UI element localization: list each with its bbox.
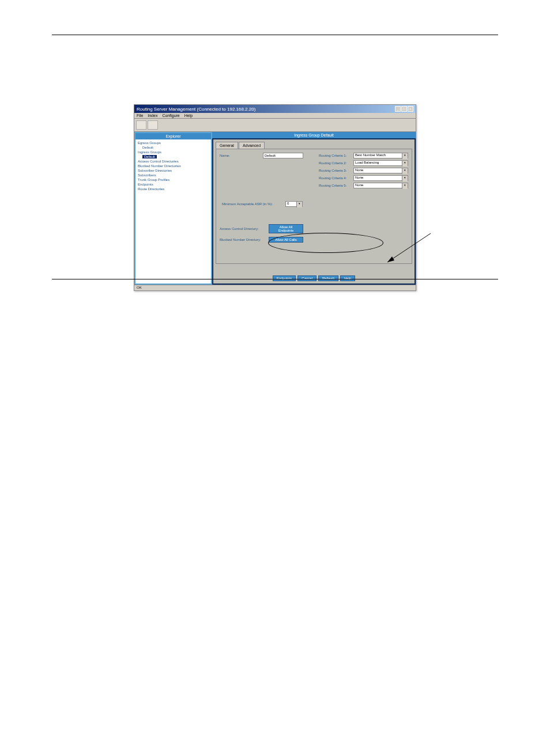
criteria-5-label: Routing Criteria 5:	[319, 184, 353, 187]
minimize-button[interactable]: _	[395, 106, 401, 112]
menu-bar: File Index Configure Help	[134, 113, 416, 119]
tree-item[interactable]: Subscribers	[137, 173, 210, 177]
chevron-down-icon: ▾	[402, 183, 408, 189]
tree-view[interactable]: Egress Groups Default Ingress Groups Def…	[135, 139, 211, 284]
tree-item[interactable]: Trunk Group Profiles	[137, 177, 210, 182]
tree-item[interactable]: Route Directories	[137, 187, 210, 191]
tree-item[interactable]: Endpoints	[137, 182, 210, 187]
criteria-2-label: Routing Criteria 2:	[319, 161, 353, 165]
criteria-2-select[interactable]: Load Balancing▾	[353, 160, 408, 166]
refresh-button[interactable]: Refresh	[318, 275, 338, 281]
access-dir-label: Access Control Directory:	[220, 227, 269, 230]
tree-egress-groups[interactable]: Egress Groups	[137, 141, 210, 145]
criteria-5-select[interactable]: None▾	[353, 183, 408, 188]
tree-ingress-selected[interactable]: Default	[137, 154, 210, 159]
details-panel: Ingress Group Default General Advanced N…	[212, 132, 416, 285]
tab-advanced[interactable]: Advanced	[239, 142, 265, 149]
criteria-4-select[interactable]: None▾	[353, 175, 408, 181]
chevron-down-icon: ▾	[296, 202, 302, 207]
criteria-4-label: Routing Criteria 4:	[319, 176, 353, 180]
tree-item[interactable]: Blocked Number Directories	[137, 164, 210, 168]
toolbar-button-1[interactable]	[136, 120, 146, 130]
endpoints-button[interactable]: Endpoints	[273, 275, 296, 281]
tree-egress-default[interactable]: Default	[137, 145, 210, 150]
toolbar-button-2[interactable]	[148, 120, 158, 130]
min-accept-label: Minimum Acceptable ASR (in %):	[222, 202, 285, 206]
blocked-dir-label: Blocked Number Directory:	[220, 238, 269, 241]
tree-item[interactable]: Subscriber Directories	[137, 168, 210, 173]
name-input[interactable]	[263, 153, 303, 158]
menu-file[interactable]: File	[137, 114, 143, 118]
chevron-down-icon: ▾	[402, 161, 408, 167]
chevron-down-icon: ▾	[402, 176, 408, 182]
menu-help[interactable]: Help	[184, 114, 193, 118]
chevron-down-icon: ▾	[402, 168, 408, 174]
maximize-button[interactable]: □	[401, 106, 407, 112]
chevron-down-icon: ▾	[402, 153, 408, 159]
criteria-3-select[interactable]: None▾	[353, 168, 408, 173]
tab-general[interactable]: General	[216, 142, 238, 149]
close-button[interactable]: ×	[408, 106, 413, 112]
explorer-panel: Explorer Egress Groups Default Ingress G…	[134, 132, 212, 285]
access-dir-button[interactable]: Allow All Endpoints	[269, 224, 303, 233]
criteria-1-select[interactable]: Best Number Match▾	[353, 153, 408, 158]
help-button[interactable]: Help	[340, 275, 355, 281]
window-titlebar: Routing Server Management (Connected to …	[134, 105, 416, 113]
tree-ingress-groups[interactable]: Ingress Groups	[137, 150, 210, 154]
window-title: Routing Server Management (Connected to …	[137, 107, 255, 112]
tree-item[interactable]: Access Control Directories	[137, 159, 210, 164]
min-accept-select[interactable]: 0▾	[285, 201, 303, 207]
window-controls: _ □ ×	[395, 106, 413, 112]
menu-configure[interactable]: Configure	[162, 114, 179, 118]
app-window: Routing Server Management (Connected to …	[134, 104, 416, 291]
menu-index[interactable]: Index	[148, 114, 157, 118]
toolbar	[134, 119, 416, 132]
name-label: Name:	[220, 154, 263, 157]
cancel-button[interactable]: Cancel	[297, 275, 317, 281]
explorer-header: Explorer	[135, 133, 211, 139]
tab-content: Name: Routing Criteria 1: Best Number Ma…	[216, 149, 412, 264]
criteria-3-label: Routing Criteria 3:	[319, 169, 353, 172]
blocked-dir-button[interactable]: Allow All Calls	[269, 237, 303, 243]
details-header: Ingress Group Default	[212, 132, 416, 138]
status-bar: OK	[134, 285, 416, 290]
criteria-1-label: Routing Criteria 1:	[319, 154, 353, 157]
